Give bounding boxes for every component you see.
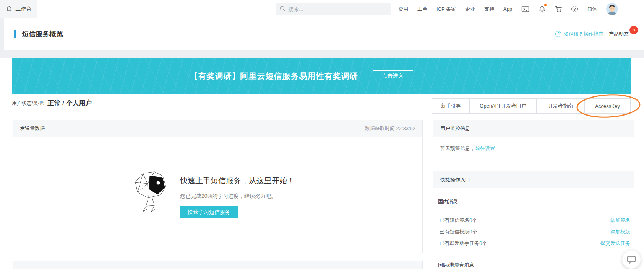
user-monitor-card-header: 用户监控信息 — [433, 120, 634, 137]
signature-count-text: 已有短信签名0个 — [440, 217, 477, 224]
user-monitor-title: 用户监控信息 — [440, 125, 470, 132]
news-count-badge: 5 — [629, 26, 638, 34]
nav-item-billing[interactable]: 费用 — [398, 6, 408, 13]
nav-item-app[interactable]: App — [503, 6, 512, 12]
goto-settings-link[interactable]: 前往设置 — [475, 145, 495, 152]
beginner-guide-button[interactable]: 新手引导 — [432, 98, 470, 114]
template-count-text: 已有短信模版0个 — [440, 228, 477, 235]
survey-banner: 【有奖调研】阿里云短信服务易用性有奖调研 点击进入 — [12, 58, 631, 94]
send-volume-card: 发送量数据 数据获取时间 22:33:52 快速上手短信服务，从这里开始！ 您已… — [13, 120, 423, 253]
quick-actions-card-header: 快捷操作入口 — [433, 171, 634, 188]
top-navbar: 工作台 费用 工单 ICP 备案 企业 支持 App — [0, 0, 644, 18]
product-news-label: 产品动态 — [609, 31, 629, 37]
no-alert-text: 暂无预警信息， — [440, 145, 475, 152]
onboarding-headline: 快速上手短信服务，从这里开始！ — [180, 176, 295, 186]
banner-text: 【有奖调研】阿里云短信服务易用性有奖调研 — [190, 71, 358, 82]
user-status-value: 正常 / 个人用户 — [47, 99, 92, 108]
header-divider-band — [0, 50, 644, 58]
submit-send-task-link[interactable]: 提交发送任务 — [600, 240, 630, 247]
quick-button-group: 新手引导 OpenAPI 开发者门户 开发者指南 AccessKey — [432, 98, 631, 114]
product-news-link[interactable]: 产品动态 5 — [609, 31, 636, 37]
developer-guide-button[interactable]: 开发者指南 — [536, 98, 585, 114]
question-icon: ? — [555, 31, 561, 37]
send-volume-card-header: 发送量数据 数据获取时间 22:33:52 — [13, 120, 422, 137]
user-avatar[interactable] — [606, 3, 618, 15]
batch-task-count-row: 已有群发助手任务0个 提交发送任务 — [440, 240, 630, 247]
next-card-header-sliver — [13, 261, 423, 269]
onboarding-progress-text: 您已完成20%的学习进度，继续努力吧。 — [180, 193, 276, 200]
cart-icon[interactable] — [555, 5, 562, 13]
page-title: 短信服务概览 — [22, 29, 63, 39]
section-dashed-divider — [439, 255, 629, 255]
workbench-button[interactable]: 工作台 — [0, 0, 37, 18]
user-status-row: 用户状态/类型: 正常 / 个人用户 — [12, 99, 92, 108]
intl-sms-section-label: 国际/港澳台消息 — [438, 262, 474, 269]
sms-console-page: 工作台 费用 工单 ICP 备案 企业 支持 App — [0, 0, 644, 269]
data-fetch-time: 数据获取时间 22:33:52 — [365, 125, 415, 132]
user-monitor-card: 用户监控信息 暂无预警信息， 前往设置 — [433, 120, 634, 160]
openapi-portal-button[interactable]: OpenAPI 开发者门户 — [469, 98, 537, 114]
home-icon — [6, 5, 13, 13]
nav-item-support[interactable]: 支持 — [484, 6, 494, 13]
page-header: 短信服务概览 ? 短信服务操作指南 产品动态 5 — [4, 18, 644, 50]
left-edge-strip — [0, 18, 4, 50]
guide-link-label: 短信服务操作指南 — [564, 31, 603, 37]
nav-item-icp[interactable]: ICP 备案 — [436, 6, 456, 13]
title-accent-bar — [14, 30, 16, 38]
quick-actions-card: 快捷操作入口 国内消息 已有短信签名0个 添加签名 已有短信模版0个 添加模版 … — [433, 171, 634, 269]
navbar-right-menu: 费用 工单 ICP 备案 企业 支持 App — [398, 0, 618, 18]
user-status-label: 用户状态/类型: — [12, 100, 44, 107]
banner-enter-button[interactable]: 点击进入 — [373, 70, 413, 82]
accesskey-button[interactable]: AccessKey — [584, 98, 631, 114]
learn-sms-button[interactable]: 快速学习短信服务 — [180, 206, 238, 218]
terminal-icon[interactable] — [521, 6, 529, 13]
notification-dot — [544, 4, 547, 6]
robot-illustration — [132, 171, 170, 215]
signature-count-row: 已有短信签名0个 添加签名 — [440, 217, 630, 224]
chat-bubble-icon — [626, 254, 636, 264]
batch-task-count-text: 已有群发助手任务0个 — [440, 240, 487, 247]
search-icon — [279, 5, 286, 13]
workbench-label: 工作台 — [16, 6, 32, 13]
sms-guide-link[interactable]: ? 短信服务操作指南 — [555, 31, 603, 37]
nav-item-tickets[interactable]: 工单 — [417, 6, 427, 13]
search-input[interactable] — [288, 6, 387, 12]
domestic-sms-section-label: 国内消息 — [438, 198, 458, 205]
add-signature-link[interactable]: 添加签名 — [610, 217, 630, 224]
user-monitor-body: 暂无预警信息， 前往设置 — [433, 137, 634, 160]
add-template-link[interactable]: 添加模版 — [610, 228, 630, 235]
send-volume-title: 发送量数据 — [20, 125, 45, 132]
locale-switcher[interactable]: 简体 — [587, 6, 597, 13]
feedback-chat-button[interactable] — [622, 250, 641, 269]
global-search[interactable] — [276, 3, 391, 15]
nav-item-enterprise[interactable]: 企业 — [465, 6, 475, 13]
header-right-links: ? 短信服务操作指南 产品动态 5 — [555, 18, 636, 50]
help-icon[interactable]: ? — [571, 6, 578, 12]
bell-icon[interactable] — [539, 5, 546, 13]
template-count-row: 已有短信模版0个 添加模版 — [440, 228, 630, 235]
quick-actions-title: 快捷操作入口 — [440, 176, 470, 183]
